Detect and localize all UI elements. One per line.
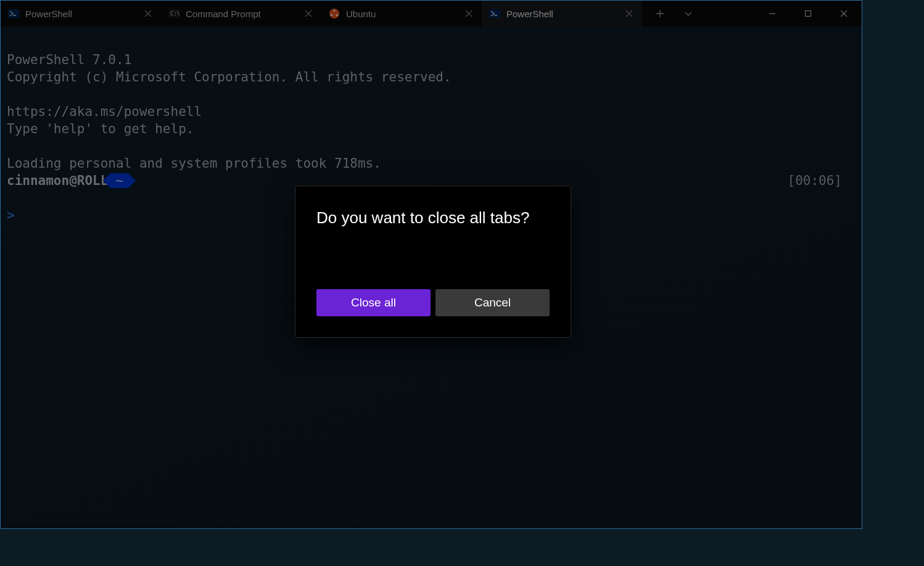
dialog-title: Do you want to close all tabs? [316,208,550,228]
close-tabs-dialog: Do you want to close all tabs? Close all… [295,186,571,338]
close-all-button[interactable]: Close all [316,289,431,316]
cancel-button[interactable]: Cancel [435,289,550,316]
dialog-buttons: Close all Cancel [316,289,550,316]
terminal-window: PowerShell C:\ Command Prompt Ubuntu [0,0,862,529]
